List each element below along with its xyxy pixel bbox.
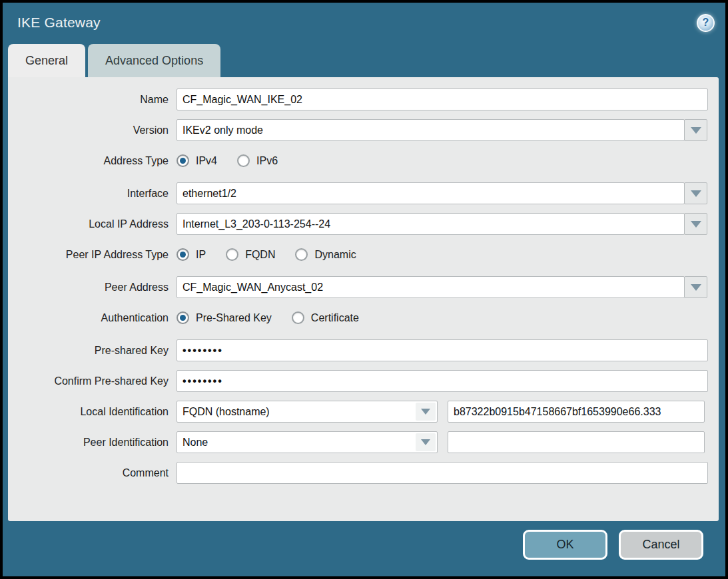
name-input[interactable] [177, 89, 708, 110]
dialog-footer: OK Cancel [3, 521, 725, 560]
peer-address-dropdown-button[interactable] [684, 276, 707, 298]
ipv6-radio[interactable] [237, 154, 250, 167]
local-ip-label: Local IP Address [8, 218, 169, 230]
chevron-down-icon [421, 439, 430, 445]
local-ip-select[interactable] [177, 213, 685, 235]
address-type-row: Address Type IPv4 IPv6 [8, 150, 719, 172]
chevron-down-icon [691, 190, 701, 197]
version-select[interactable] [177, 119, 685, 141]
dynamic-radio-label: Dynamic [314, 249, 356, 261]
ip-radio-label: IP [196, 249, 206, 261]
page-title: IKE Gateway [17, 15, 101, 31]
comment-input[interactable] [177, 462, 708, 484]
pre-shared-key-radio-label: Pre-Shared Key [196, 312, 272, 324]
name-row: Name [8, 89, 719, 110]
authentication-row: Authentication Pre-Shared Key Certificat… [8, 307, 719, 329]
radio-option-certificate[interactable]: Certificate [292, 311, 359, 324]
version-label: Version [8, 124, 169, 136]
radio-option-ipv6[interactable]: IPv6 [237, 154, 278, 167]
ip-radio[interactable] [177, 248, 189, 261]
peer-address-select[interactable] [177, 276, 685, 298]
radio-option-pre-shared-key[interactable]: Pre-Shared Key [177, 311, 272, 324]
peer-identification-type-select[interactable] [177, 431, 438, 453]
fqdn-radio-label: FQDN [245, 249, 275, 261]
peer-ip-type-radio-group: IP FQDN Dynamic [177, 248, 376, 261]
title-bar: IKE Gateway ? [3, 3, 725, 43]
peer-identification-value-input[interactable] [448, 431, 705, 453]
chevron-down-icon [691, 221, 701, 228]
tab-general[interactable]: General [8, 44, 85, 77]
chevron-down-icon [691, 284, 701, 291]
dynamic-radio[interactable] [295, 248, 308, 261]
peer-identification-dropdown-button[interactable] [416, 433, 436, 451]
authentication-radio-group: Pre-Shared Key Certificate [177, 311, 379, 324]
radio-option-fqdn[interactable]: FQDN [226, 248, 275, 261]
local-identification-dropdown-button[interactable] [416, 403, 436, 421]
pre-shared-key-radio[interactable] [177, 311, 189, 324]
chevron-down-icon [421, 409, 430, 415]
fqdn-radio[interactable] [226, 248, 238, 261]
certificate-radio-label: Certificate [311, 312, 359, 324]
confirm-pre-shared-key-input[interactable] [177, 370, 708, 392]
tab-bar: General Advanced Options [3, 43, 725, 77]
address-type-label: Address Type [8, 155, 169, 167]
address-type-radio-group: IPv4 IPv6 [177, 154, 298, 167]
local-ip-row: Local IP Address [8, 213, 719, 235]
ipv6-radio-label: IPv6 [256, 155, 278, 167]
ipv4-radio-label: IPv4 [196, 155, 217, 167]
cancel-button[interactable]: Cancel [619, 530, 703, 560]
interface-row: Interface [8, 182, 719, 204]
local-identification-type-select[interactable] [177, 401, 438, 423]
local-identification-row: Local Identification [8, 401, 719, 423]
peer-address-label: Peer Address [8, 282, 169, 293]
interface-select[interactable] [177, 182, 685, 204]
help-icon[interactable]: ? [697, 14, 715, 32]
certificate-radio[interactable] [292, 311, 304, 324]
name-label: Name [8, 94, 169, 106]
comment-label: Comment [8, 467, 169, 479]
authentication-label: Authentication [8, 312, 169, 324]
version-row: Version [8, 119, 719, 141]
peer-ip-type-row: Peer IP Address Type IP FQDN Dynamic [8, 244, 719, 266]
radio-option-dynamic[interactable]: Dynamic [295, 248, 356, 261]
ok-button[interactable]: OK [523, 530, 607, 560]
pre-shared-key-input[interactable] [177, 339, 708, 361]
peer-identification-type-input[interactable] [177, 431, 438, 453]
general-tab-panel: Name Version Address Type IPv4 [8, 77, 719, 521]
tab-advanced-options[interactable]: Advanced Options [88, 44, 220, 77]
version-dropdown-button[interactable] [684, 119, 707, 141]
pre-shared-key-label: Pre-shared Key [8, 345, 169, 357]
dialog-frame: IKE Gateway ? General Advanced Options N… [3, 3, 725, 576]
interface-label: Interface [8, 188, 169, 200]
pre-shared-key-row: Pre-shared Key [8, 339, 719, 361]
peer-identification-row: Peer Identification [8, 431, 719, 453]
local-identification-type-input[interactable] [177, 401, 438, 423]
local-identification-value-input[interactable] [448, 401, 705, 423]
local-identification-label: Local Identification [8, 406, 169, 418]
radio-option-ipv4[interactable]: IPv4 [177, 154, 217, 167]
chevron-down-icon [691, 127, 701, 134]
peer-ip-type-label: Peer IP Address Type [8, 249, 169, 261]
ipv4-radio[interactable] [177, 154, 189, 167]
confirm-pre-shared-key-row: Confirm Pre-shared Key [8, 370, 719, 392]
interface-dropdown-button[interactable] [684, 182, 707, 204]
ike-gateway-dialog: IKE Gateway ? General Advanced Options N… [0, 0, 728, 579]
confirm-pre-shared-key-label: Confirm Pre-shared Key [8, 375, 169, 387]
peer-address-row: Peer Address [8, 276, 719, 298]
comment-row: Comment [8, 462, 719, 484]
radio-option-ip[interactable]: IP [177, 248, 206, 261]
peer-identification-label: Peer Identification [8, 437, 169, 449]
local-ip-dropdown-button[interactable] [684, 213, 707, 235]
